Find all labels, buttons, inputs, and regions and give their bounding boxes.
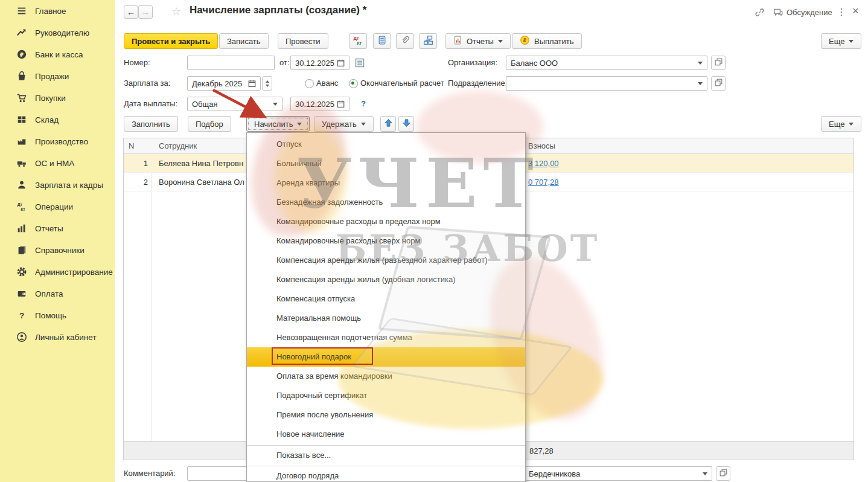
calendar-icon[interactable] bbox=[248, 80, 256, 88]
write-button[interactable]: Записать bbox=[219, 33, 269, 49]
dropdown-item[interactable]: Подарочный сертификат bbox=[247, 386, 525, 405]
organization-open-button[interactable] bbox=[711, 56, 726, 70]
sidebar-item-pomosch[interactable]: ? Помощь bbox=[0, 304, 115, 326]
move-down-button[interactable] bbox=[398, 116, 414, 132]
list-more-button[interactable]: Еще bbox=[821, 116, 861, 132]
chevron-down-icon[interactable] bbox=[703, 472, 707, 478]
dropdown-item[interactable]: Материальная помощь bbox=[247, 309, 525, 328]
gear-icon bbox=[16, 266, 28, 278]
svg-text:?: ? bbox=[19, 311, 24, 320]
dtkt-button[interactable]: ДтКт bbox=[349, 33, 367, 49]
sidebar-item-pokupki[interactable]: Покупки bbox=[0, 87, 115, 109]
column-header-employee[interactable]: Сотрудник bbox=[159, 138, 197, 154]
contributions-link[interactable]: 0 707,28 bbox=[528, 173, 559, 191]
final-settlement-radio-label[interactable]: Окончательный расчет bbox=[360, 76, 444, 91]
sidebar-item-glavnoe[interactable]: Главное bbox=[0, 0, 115, 22]
responsible-open-button[interactable] bbox=[716, 466, 730, 481]
dropdown-item[interactable]: Больничный bbox=[247, 154, 525, 173]
star-icon[interactable]: ☆ bbox=[171, 5, 181, 18]
chain-icon[interactable] bbox=[755, 7, 765, 19]
organization-label: Организация: bbox=[448, 56, 497, 70]
toolbar-more-button[interactable]: Еще bbox=[821, 33, 861, 49]
dropdown-item[interactable]: Премия после увольнения bbox=[247, 405, 525, 425]
withhold-button[interactable]: Удержать bbox=[314, 116, 374, 132]
dropdown-item-novogodniy-podarok[interactable]: Новогодний подарок bbox=[247, 347, 525, 367]
organization-field[interactable]: Баланс ООО bbox=[506, 56, 707, 70]
dropdown-item[interactable]: Компенсация отпуска bbox=[247, 289, 525, 309]
page-title: Начисление зарплаты (создание) * bbox=[190, 4, 366, 16]
attachments-button[interactable] bbox=[396, 33, 414, 49]
chevron-down-icon[interactable] bbox=[698, 82, 703, 88]
advance-radio-label[interactable]: Аванс bbox=[316, 76, 338, 91]
sidebar-item-otchety[interactable]: Отчеты bbox=[0, 217, 115, 239]
dropdown-item[interactable]: Командировочные расходы сверх норм bbox=[247, 231, 525, 251]
sidebar-item-proizvodstvo[interactable]: Производство bbox=[0, 130, 115, 152]
discussion-icon[interactable] bbox=[773, 7, 783, 19]
structure-button[interactable] bbox=[419, 33, 437, 49]
dropdown-item[interactable]: Договор подряда bbox=[247, 466, 525, 482]
column-header-contributions[interactable]: Взносы bbox=[528, 138, 555, 154]
sidebar-item-lichnyj-kabinet[interactable]: Личный кабинет bbox=[0, 326, 115, 348]
dropdown-item[interactable]: Безнадежная задолженность bbox=[247, 193, 525, 212]
pick-button[interactable]: Подбор bbox=[188, 116, 231, 132]
sidebar-item-bank-i-kassa[interactable]: ₽ Банк и касса bbox=[0, 43, 115, 65]
sidebar-item-label: Администрирование bbox=[35, 268, 113, 277]
dropdown-item[interactable]: Аренда квартиры bbox=[247, 173, 525, 193]
sidebar-item-oplata[interactable]: Оплата bbox=[0, 283, 115, 304]
sidebar-item-sklad[interactable]: Склад bbox=[0, 109, 115, 130]
dropdown-item[interactable]: Новое начисление bbox=[247, 425, 525, 444]
doc-date-field[interactable]: 30.12.2025 bbox=[290, 56, 349, 70]
help-link[interactable]: ? bbox=[361, 97, 366, 111]
dropdown-item[interactable]: Отпуск bbox=[247, 135, 525, 154]
sidebar-item-rukovoditelyu[interactable]: Руководителю bbox=[0, 22, 115, 43]
number-input[interactable] bbox=[187, 56, 275, 70]
salary-period-field[interactable]: Декабрь 2025 bbox=[187, 76, 261, 91]
post-button[interactable]: Провести bbox=[278, 33, 328, 49]
sidebar-item-label: Личный кабинет bbox=[35, 333, 97, 342]
fill-button[interactable]: Заполнить bbox=[124, 116, 178, 132]
pay-date-label: Дата выплаты: bbox=[124, 97, 177, 111]
reports-button[interactable]: Отчеты bbox=[445, 33, 511, 49]
advance-radio[interactable] bbox=[305, 79, 314, 88]
department-open-button[interactable] bbox=[711, 76, 726, 91]
column-header-n[interactable]: N bbox=[129, 138, 134, 154]
contributions-link[interactable]: 3 120,00 bbox=[528, 154, 559, 173]
sidebar-item-spravochniki[interactable]: Справочники bbox=[0, 239, 115, 261]
move-up-button[interactable] bbox=[380, 116, 396, 132]
chevron-down-icon[interactable] bbox=[698, 62, 703, 67]
period-stepper[interactable] bbox=[262, 76, 272, 91]
factory-icon bbox=[16, 135, 28, 147]
dropdown-item[interactable]: Оплата за время командировки bbox=[247, 367, 525, 386]
dtkt-icon: ДтКт bbox=[353, 35, 363, 48]
sidebar-item-zarplata-i-kadry[interactable]: Зарплата и кадры bbox=[0, 174, 115, 196]
calendar-icon[interactable] bbox=[337, 100, 345, 108]
registers-button[interactable] bbox=[373, 33, 391, 49]
dropdown-item[interactable]: Невозвращенная подотчетная сумма bbox=[247, 328, 525, 347]
salary-for-label: Зарплата за: bbox=[124, 76, 170, 91]
dropdown-item-show-all[interactable]: Показать все... bbox=[247, 446, 525, 465]
final-settlement-radio[interactable] bbox=[349, 79, 358, 88]
sidebar-item-operatsii[interactable]: ДтКт Операции bbox=[0, 196, 115, 217]
discussion-label[interactable]: Обсуждение bbox=[787, 8, 832, 17]
calendar-icon[interactable] bbox=[337, 59, 345, 67]
dropdown-item[interactable]: Командировочные расходы в пределах норм bbox=[247, 212, 525, 231]
kebab-menu-icon[interactable]: ⋮ bbox=[837, 6, 846, 18]
sidebar-item-administrirovanie[interactable]: Администрирование bbox=[0, 261, 115, 283]
sidebar-item-prodazhi[interactable]: Продажи bbox=[0, 65, 115, 87]
sidebar-item-label: Помощь bbox=[35, 311, 66, 320]
history-list-icon[interactable] bbox=[355, 58, 365, 69]
svg-text:Кт: Кт bbox=[21, 207, 25, 211]
pay-date-type-select[interactable]: Общая bbox=[187, 97, 282, 111]
department-field[interactable] bbox=[506, 76, 707, 91]
close-icon[interactable]: × bbox=[852, 5, 859, 18]
pay-button[interactable]: ₽ Выплатить bbox=[512, 33, 582, 49]
pay-date-field[interactable]: 30.12.2025 bbox=[290, 97, 349, 111]
forward-button[interactable]: → bbox=[138, 5, 153, 19]
sidebar-item-os-i-nma[interactable]: ОС и НМА bbox=[0, 152, 115, 174]
dropdown-item[interactable]: Компенсация аренды жилья (разъездной хар… bbox=[247, 251, 525, 270]
back-button[interactable]: ← bbox=[124, 5, 138, 19]
post-and-close-button[interactable]: Провести и закрыть bbox=[124, 33, 218, 49]
sidebar-item-label: Операции bbox=[35, 202, 73, 211]
dropdown-item[interactable]: Компенсация аренды жилья (удобная логист… bbox=[247, 270, 525, 289]
accrue-button[interactable]: Начислить bbox=[246, 116, 310, 132]
